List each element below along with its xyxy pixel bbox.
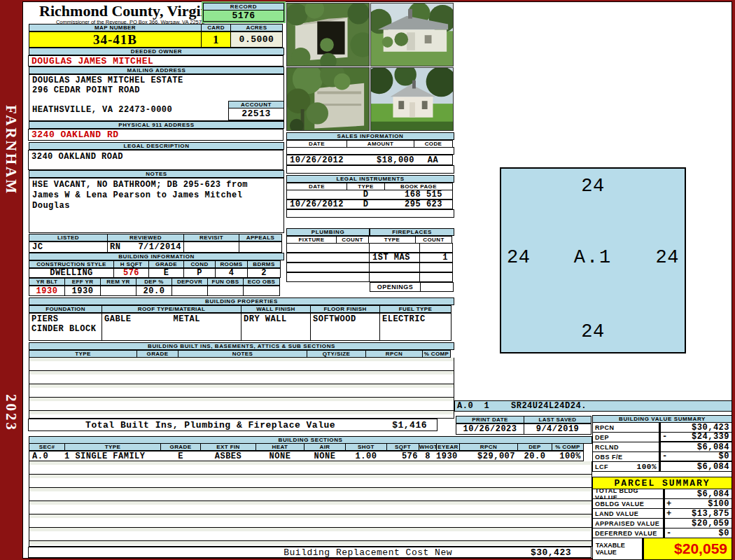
bs-extfin-label: EXT FIN: [200, 443, 256, 451]
li-row1-date: 10/26/2012: [286, 200, 347, 209]
ps-row-taxable: TAXABLE VALUE $20,059: [592, 538, 732, 560]
photo-grid: [286, 3, 454, 132]
effyr-label: EFF YR: [64, 278, 101, 286]
li-row0-date: [286, 190, 347, 200]
county-title: Richmond County, Virginia: [29, 2, 232, 20]
photo-house-rear[interactable]: [370, 67, 454, 131]
bi-notes-label: NOTES: [178, 350, 307, 358]
physical-address-value: 3240 OAKLAND RD: [28, 129, 284, 141]
taxable-label-line1: TAXABLE: [596, 542, 642, 549]
photo-shed[interactable]: [286, 3, 370, 66]
legal-row-1: 10/26/2012 D 295 623: [286, 200, 454, 209]
print-date-value: 10/26/2023: [456, 424, 524, 435]
roof-label: ROOF TYPE/MATERIAL: [102, 305, 241, 313]
ps-deferred-value: $0: [676, 528, 732, 538]
roof-type-value: GABLE: [102, 314, 132, 324]
record-value: 5176: [203, 10, 284, 22]
sketch-dim-right: 24: [656, 247, 679, 268]
reviewed-by: RN: [110, 242, 120, 252]
building-sections-headers: SEC# TYPE GRADE EXT FIN HEAT AIR SHGT SQ…: [29, 443, 592, 451]
foundation-line1: PIERS: [31, 314, 59, 324]
appeals-label: APPEALS: [239, 234, 282, 241]
cond-value: P: [183, 268, 216, 278]
account-box: ACCOUNT 22513: [228, 101, 284, 120]
plumbing-row3: [286, 272, 370, 282]
photo-house-front[interactable]: [370, 3, 454, 66]
map-number-label: MAP NUMBER: [29, 24, 202, 31]
foundation-line2: CINDER BLOCK: [31, 324, 96, 334]
building-value-summary-title: BUILDING VALUE SUMMARY: [592, 415, 732, 423]
ps-obldg-sign: +: [665, 499, 676, 509]
bi-grade-label: GRADE: [136, 350, 178, 358]
bs-whgt-label: WHGT: [419, 443, 437, 451]
parcel-sketch: 24 24 A.1 24 24: [500, 167, 686, 354]
bs-air-value: NONE: [304, 451, 346, 461]
li-row0-type: D: [346, 190, 385, 200]
total-built-ins-label: Total Built Ins, Plumbing & Fireplace Va…: [29, 420, 392, 430]
bvs-obs-label: OBS F/E: [595, 454, 623, 461]
building-sections-row-0: A.0 1 SINGLE FAMILY E ASBES NONE NONE 1.…: [29, 451, 592, 461]
bs-type-value: 1 SINGLE FAMILY: [64, 451, 161, 461]
bs-eyear-value: 1930: [436, 451, 460, 461]
review-values: JC RN 7/1/2014: [29, 241, 284, 253]
legal-description-value: 3240 OAKLAND ROAD: [28, 150, 284, 170]
floor-finish-label: FLOOR FINISH: [310, 305, 380, 313]
bs-whgt-value: 8: [419, 451, 437, 461]
sales-row1-date: 10/26/2012: [286, 155, 347, 165]
rooms-label: ROOMS: [215, 260, 248, 268]
ps-obldg-value: $100: [676, 499, 732, 509]
fireplace-row0-type: [369, 243, 420, 253]
building-properties-headers: FOUNDATION ROOF TYPE/MATERIAL WALL FINIS…: [29, 305, 454, 313]
building-properties-values: PIERS CINDER BLOCK GABLE METAL DRY WALL …: [29, 313, 454, 341]
foundation-value: PIERS CINDER BLOCK: [29, 313, 102, 341]
plumbing-row1: [286, 253, 370, 262]
bs-comp-label: % COMP: [552, 443, 584, 451]
review-headers: LISTED REVIEWED REVISIT APPEALS: [29, 234, 284, 241]
bvs-rpcn-value: $30,423: [672, 423, 732, 433]
fireplace-row1-count: 1: [419, 253, 453, 262]
ps-row-appraised: APPRAISED VALUE $20,059: [592, 519, 732, 528]
bvs-dep-sign: -: [661, 432, 672, 442]
bi-qty-label: QTY/SIZE: [307, 350, 366, 358]
li-row1-bookpage: 295 623: [384, 200, 453, 209]
bs-sqft-label: SQFT: [386, 443, 419, 451]
bs-air-label: AIR: [304, 443, 346, 451]
building-value-summary: BUILDING VALUE SUMMARY RPCN $30,423 DEP …: [592, 415, 732, 472]
openings-label: OPENINGS: [370, 282, 421, 292]
li-row1-type: D: [346, 200, 385, 209]
building-info-row2-values: 1930 1930 20.0: [29, 286, 284, 296]
map-card-acres-values: 34-41B 1 0.5000: [29, 31, 284, 48]
bvs-row-rpcn: RPCN $30,423: [592, 423, 732, 433]
last-saved-value: 9/4/2019: [524, 424, 592, 435]
li-row0-bookpage: 168 515: [384, 190, 453, 200]
year-spine-label: 2023: [2, 394, 20, 432]
plumb-fp-row-3: [286, 272, 454, 282]
ps-obldg-label: OBLDG VALUE: [595, 500, 644, 507]
reviewed-label: REVIEWED: [107, 234, 184, 241]
built-ins-headers: TYPE GRADE NOTES QTY/SIZE RPCN % COMP: [29, 350, 454, 358]
bvs-lcf-value: $6,084: [672, 462, 732, 472]
total-built-ins-value: $1,416: [392, 420, 437, 430]
bvs-dep-label: DEP: [595, 434, 609, 441]
physical-address-label: PHYSICAL 911 ADDRESS: [29, 121, 284, 129]
taxable-value-label: TAXABLE VALUE: [592, 538, 643, 560]
ps-row-obldg: OBLDG VALUE +$100: [592, 499, 732, 509]
record-label: RECORD: [203, 3, 284, 10]
sales-row1-code: AA: [414, 155, 453, 165]
bs-grade-label: GRADE: [160, 443, 201, 451]
dep-pct-value: 20.0: [136, 286, 172, 296]
fireplace-row3-type: [369, 272, 420, 282]
bvs-lcf-label: LCF: [595, 463, 608, 470]
legal-description-label: LEGAL DESCRIPTION: [29, 142, 284, 150]
total-built-ins-row: Total Built Ins, Plumbing & Fireplace Va…: [28, 419, 438, 431]
fireplace-row0-count: [419, 243, 453, 253]
card-value: 1: [201, 31, 231, 48]
listed-label: LISTED: [29, 234, 108, 241]
bs-extfin-value: ASBES: [200, 451, 256, 461]
fuel-type-label: FUEL TYPE: [379, 305, 451, 313]
bvs-row-obs: OBS F/E -$0: [592, 452, 732, 462]
floor-finish-value: SOFTWOOD: [310, 313, 380, 341]
grade-value: E: [148, 268, 184, 278]
account-value: 22513: [228, 108, 284, 120]
photo-tree[interactable]: [286, 67, 370, 131]
